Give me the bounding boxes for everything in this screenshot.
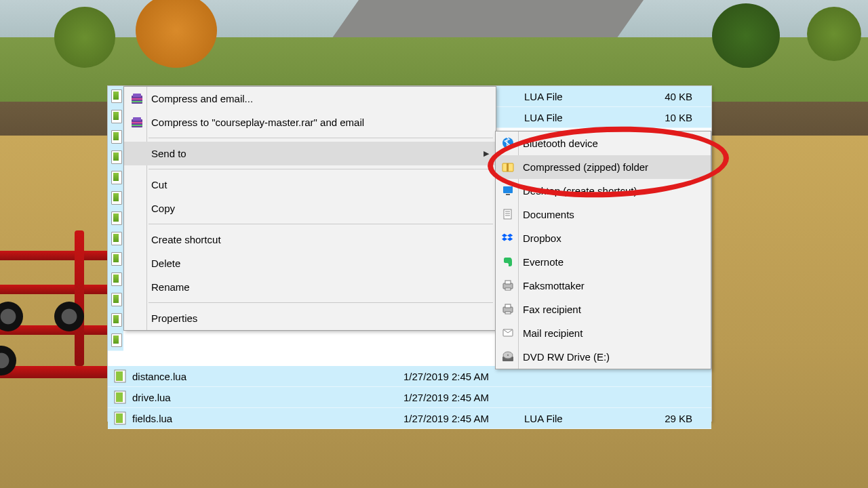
file-name: drive.lua	[132, 392, 403, 403]
fax-icon	[501, 279, 515, 292]
menu-label: Faksmottaker	[523, 280, 585, 291]
send-to-submenu: Bluetooth device Compressed (zipped) fol…	[495, 131, 711, 369]
menu-compress-email[interactable]: Compress and email...	[124, 87, 496, 110]
sendto-mail-recipient[interactable]: Mail recipient	[496, 321, 711, 345]
menu-label: Desktop (create shortcut)	[523, 185, 637, 197]
sendto-documents[interactable]: Documents	[496, 203, 711, 226]
sendto-bluetooth[interactable]: Bluetooth device	[496, 131, 711, 155]
file-type: LUA File	[512, 91, 639, 102]
svg-rect-18	[506, 194, 510, 195]
context-menu: Compress and email... Compress to "cours…	[123, 86, 496, 331]
bluetooth-icon	[501, 136, 515, 150]
sendto-desktop[interactable]: Desktop (create shortcut)	[496, 179, 711, 203]
svg-rect-12	[132, 122, 142, 123]
menu-label: Properties	[151, 312, 197, 324]
svg-rect-28	[505, 312, 511, 314]
menu-label: Rename	[151, 281, 190, 293]
file-size: 40 KB	[639, 91, 711, 102]
file-name: fields.lua	[132, 413, 403, 424]
menu-label: Compress to "courseplay-master.rar" and …	[151, 117, 364, 128]
file-type: LUA File	[512, 112, 639, 123]
evernote-icon	[501, 255, 515, 268]
file-date: 1/27/2019 2:45 AM	[403, 392, 512, 403]
file-date: 1/27/2019 2:45 AM	[403, 371, 512, 382]
file-type: LUA File	[512, 413, 639, 424]
menu-separator	[149, 138, 493, 138]
menu-label: Copy	[151, 203, 175, 214]
menu-rename[interactable]: Rename	[124, 275, 496, 299]
svg-rect-8	[132, 98, 142, 100]
mail-icon	[501, 326, 515, 340]
menu-label: Mail recipient	[523, 327, 583, 339]
svg-rect-25	[505, 288, 511, 290]
menu-label: DVD RW Drive (E:)	[523, 351, 610, 363]
svg-rect-19	[504, 209, 511, 219]
svg-rect-16	[507, 163, 509, 171]
menu-copy[interactable]: Copy	[124, 197, 496, 220]
menu-separator	[149, 302, 493, 303]
sendto-dvd-rw[interactable]: DVD RW Drive (E:)	[496, 345, 711, 369]
lua-file-icon	[113, 411, 127, 425]
file-size: 29 KB	[639, 413, 711, 424]
menu-cut[interactable]: Cut	[124, 173, 496, 197]
explorer-window: LUA File 40 KB LUA File 10 KB distance.l…	[107, 85, 712, 422]
sendto-faksmottaker[interactable]: Faksmottaker	[496, 274, 711, 298]
svg-rect-13	[132, 125, 142, 126]
sendto-dropbox[interactable]: Dropbox	[496, 226, 711, 250]
menu-label: Delete	[151, 258, 180, 269]
dvd-drive-icon	[501, 350, 515, 363]
dropbox-icon	[501, 231, 515, 245]
svg-rect-5	[116, 413, 123, 423]
menu-delete[interactable]: Delete	[124, 251, 496, 275]
menu-separator	[149, 224, 493, 224]
sendto-evernote[interactable]: Evernote	[496, 250, 711, 274]
svg-rect-27	[505, 304, 511, 308]
file-date: 1/27/2019 2:45 AM	[403, 413, 512, 424]
menu-label: Fax recipient	[523, 304, 581, 315]
svg-rect-1	[116, 371, 123, 381]
winrar-icon	[130, 115, 144, 129]
menu-label: Compressed (zipped) folder	[523, 161, 648, 173]
svg-rect-11	[133, 117, 141, 121]
menu-compress-rar[interactable]: Compress to "courseplay-master.rar" and …	[124, 110, 496, 134]
desktop-icon	[501, 184, 515, 197]
menu-label: Dropbox	[523, 232, 561, 244]
svg-point-32	[507, 354, 509, 357]
sendto-compressed[interactable]: Compressed (zipped) folder	[496, 155, 711, 179]
svg-rect-9	[132, 101, 142, 102]
file-row[interactable]: fields.lua 1/27/2019 2:45 AM LUA File 29…	[108, 408, 711, 429]
fax-icon	[501, 302, 515, 316]
menu-label: Cut	[151, 179, 167, 190]
documents-icon	[501, 207, 515, 221]
menu-create-shortcut[interactable]: Create shortcut	[124, 228, 496, 251]
submenu-arrow-icon: ▶	[484, 149, 489, 158]
file-name: distance.lua	[132, 371, 403, 382]
svg-rect-3	[116, 392, 123, 402]
menu-label: Documents	[523, 209, 574, 220]
menu-separator	[149, 169, 493, 169]
svg-rect-7	[133, 94, 141, 97]
lua-file-icon	[113, 369, 127, 383]
svg-rect-17	[503, 186, 513, 193]
sendto-fax-recipient[interactable]: Fax recipient	[496, 298, 711, 321]
lua-file-icon	[113, 390, 127, 404]
file-row[interactable]: drive.lua 1/27/2019 2:45 AM	[108, 387, 711, 408]
menu-properties[interactable]: Properties	[124, 306, 496, 330]
svg-rect-24	[505, 281, 511, 284]
menu-label: Create shortcut	[151, 234, 221, 245]
file-size: 10 KB	[639, 112, 711, 123]
menu-label: Send to	[151, 148, 186, 159]
menu-label: Compress and email...	[151, 93, 253, 104]
menu-send-to[interactable]: Send to ▶	[124, 142, 496, 165]
menu-label: Bluetooth device	[523, 138, 598, 149]
menu-label: Evernote	[523, 256, 564, 268]
winrar-icon	[130, 91, 144, 106]
zipped-folder-icon	[501, 160, 515, 174]
